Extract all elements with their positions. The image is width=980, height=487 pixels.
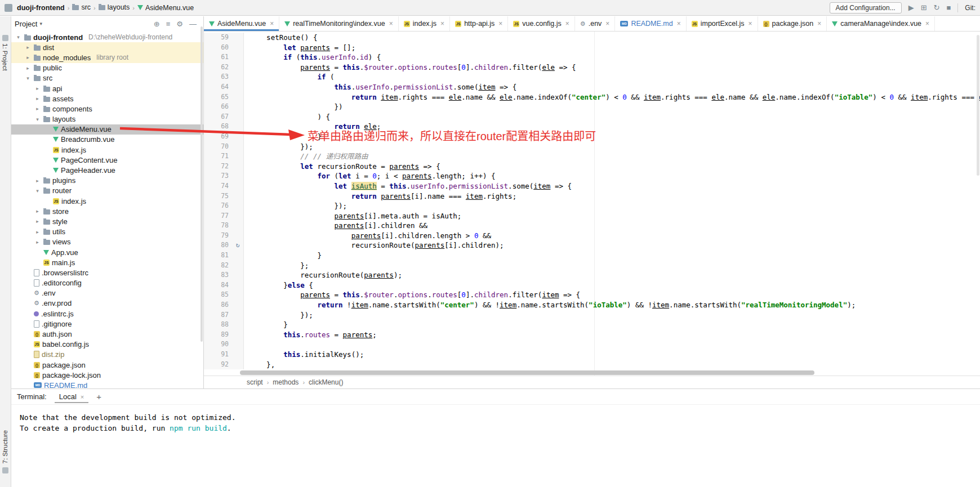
profiler-icon[interactable]: ⊞ — [921, 4, 927, 11]
chevron-closed-icon[interactable]: ▸ — [34, 106, 41, 111]
tree-item-.eslintrc.js[interactable]: .eslintrc.js — [11, 309, 203, 319]
code-line-88[interactable]: 88 } — [204, 320, 980, 330]
code-line-80[interactable]: 80↻ recursionRoute(parents[i].children); — [204, 240, 980, 251]
tree-item-store[interactable]: ▸store — [11, 206, 203, 216]
tool-window-structure-button[interactable]: 7: Structure — [2, 430, 8, 463]
chevron-closed-icon[interactable]: ▸ — [34, 86, 41, 91]
chevron-open-icon[interactable]: ▾ — [34, 188, 41, 194]
tree-item-AsideMenu.vue[interactable]: AsideMenu.vue — [11, 124, 203, 135]
tree-item-api[interactable]: ▸api — [11, 83, 203, 93]
editor-tab-.env[interactable]: ⚙.env× — [575, 16, 616, 31]
code-line-72[interactable]: 72 let recursionRoute = parents => { — [204, 162, 980, 172]
close-icon[interactable]: × — [389, 20, 393, 28]
add-configuration-button[interactable]: Add Configuration... — [830, 2, 902, 14]
tree-item-index.js[interactable]: JSindex.js — [11, 145, 203, 155]
code-line-64[interactable]: 64 this.userInfo.permissionList.some(ite… — [204, 82, 980, 92]
editor-tab-index.js[interactable]: JSindex.js× — [399, 16, 450, 31]
code-line-69[interactable]: 69 } — [204, 132, 980, 142]
hide-icon[interactable]: ― — [189, 20, 197, 28]
close-icon[interactable]: × — [498, 20, 502, 28]
tree-item-package-lock.json[interactable]: {}package-lock.json — [11, 370, 203, 380]
editor-vertical-scrollbar[interactable] — [977, 35, 979, 176]
close-icon[interactable]: × — [749, 20, 752, 28]
editor-tab-http-api.js[interactable]: JShttp-api.js× — [450, 16, 508, 31]
close-icon[interactable]: × — [925, 20, 929, 28]
tree-item-public[interactable]: ▸public — [11, 63, 203, 73]
code-line-90[interactable]: 90 — [204, 339, 980, 350]
tree-item-.editorconfig[interactable]: .editorconfig — [11, 278, 203, 288]
close-icon[interactable]: × — [817, 20, 821, 28]
code-line-66[interactable]: 66 }) — [204, 102, 980, 112]
code-line-70[interactable]: 70 }); — [204, 142, 980, 152]
chevron-closed-icon[interactable]: ▸ — [24, 55, 32, 60]
stop-icon[interactable]: ■ — [946, 4, 951, 11]
code-line-77[interactable]: 77 parents[i].meta.auth = isAuth; — [204, 211, 980, 221]
breadcrumb-item[interactable]: src — [72, 3, 91, 11]
tree-item-dist.zip[interactable]: dist.zip — [11, 350, 203, 360]
code-line-82[interactable]: 82 }; — [204, 261, 980, 271]
code-line-61[interactable]: 61 if (this.userInfo.id) { — [204, 52, 980, 62]
code-line-67[interactable]: 67 ) { — [204, 112, 980, 122]
tree-item-src[interactable]: ▾src — [11, 73, 203, 83]
tree-item-duoji-frontend[interactable]: ▾duoji-frontendD:\zheheWeb\duoji-fronten… — [11, 32, 203, 42]
tree-item-Breadcrumb.vue[interactable]: Breadcrumb.vue — [11, 135, 203, 145]
editor-tab-package.json[interactable]: {}package.json× — [758, 16, 827, 31]
tree-item-plugins[interactable]: ▸plugins — [11, 176, 203, 186]
code-line-89[interactable]: 89 this.routes = parents; — [204, 330, 980, 340]
tree-item-views[interactable]: ▸views — [11, 237, 203, 247]
code-line-63[interactable]: 63 if ( — [204, 72, 980, 82]
chevron-closed-icon[interactable]: ▸ — [24, 44, 32, 50]
locate-icon[interactable]: ⊕ — [154, 20, 160, 28]
horizontal-scrollbar-thumb[interactable] — [240, 370, 814, 375]
code-line-86[interactable]: 86 return !item.name.startsWith("center"… — [204, 300, 980, 310]
editor-tab-importExcel.js[interactable]: JSimportExcel.js× — [687, 16, 758, 31]
tree-item-README.md[interactable]: MDREADME.md — [11, 380, 203, 388]
tree-item-assets[interactable]: ▸assets — [11, 93, 203, 104]
tree-item-main.js[interactable]: JSmain.js — [11, 257, 203, 267]
breadcrumb-item[interactable]: layouts — [99, 3, 130, 11]
tree-item-index.js[interactable]: JSindex.js — [11, 196, 203, 206]
code-line-81[interactable]: 81 } — [204, 251, 980, 261]
close-icon[interactable]: × — [270, 20, 274, 28]
close-icon[interactable]: × — [440, 20, 444, 28]
terminal-tab-local[interactable]: Local × — [55, 390, 89, 403]
code-breadcrumb-item[interactable]: methods — [273, 378, 299, 386]
code-line-87[interactable]: 87 }); — [204, 310, 980, 320]
breadcrumb-item[interactable]: AsideMenu.vue — [137, 4, 194, 12]
tree-item-PageHeader.vue[interactable]: PageHeader.vue — [11, 165, 203, 175]
tree-item-dist[interactable]: ▸dist — [11, 42, 203, 52]
chevron-closed-icon[interactable]: ▸ — [34, 218, 41, 224]
close-icon[interactable]: × — [565, 20, 569, 28]
tree-item-router[interactable]: ▾router — [11, 186, 203, 196]
code-line-60[interactable]: 60 let parents = []; — [204, 43, 980, 53]
close-icon[interactable]: × — [677, 20, 681, 28]
code-line-83[interactable]: 83 recursionRoute(parents); — [204, 270, 980, 280]
code-line-59[interactable]: 59 setRoute() { — [204, 33, 980, 43]
close-icon[interactable]: × — [605, 20, 609, 28]
code-line-62[interactable]: 62 parents = this.$router.options.routes… — [204, 62, 980, 73]
terminal-output[interactable]: Note that the development build is not o… — [11, 405, 980, 434]
code-line-73[interactable]: 73 for (let i = 0; i < parents.length; i… — [204, 171, 980, 181]
code-line-85[interactable]: 85 parents = this.$router.options.routes… — [204, 290, 980, 300]
tree-item-layouts[interactable]: ▾layouts — [11, 114, 203, 124]
tree-item-style[interactable]: ▸style — [11, 216, 203, 226]
run-icon[interactable]: ▶ — [908, 4, 914, 11]
editor-tab-AsideMenu.vue[interactable]: AsideMenu.vue× — [204, 16, 279, 31]
code-line-92[interactable]: 92 }, — [204, 360, 980, 370]
chevron-closed-icon[interactable]: ▸ — [34, 239, 41, 245]
code-line-74[interactable]: 74 let isAuth = this.userInfo.permission… — [204, 181, 980, 191]
chevron-closed-icon[interactable]: ▸ — [34, 96, 41, 101]
tree-item-.env.prod[interactable]: ⚙.env.prod — [11, 298, 203, 309]
chevron-closed-icon[interactable]: ▸ — [34, 208, 41, 214]
code-breadcrumb-item[interactable]: script — [247, 378, 263, 386]
tree-item-auth.json[interactable]: {}auth.json — [11, 329, 203, 339]
tree-item-node_modules[interactable]: ▸node_moduleslibrary root — [11, 52, 203, 62]
code-area[interactable]: 59 setRoute() {60 let parents = [];61 if… — [204, 32, 980, 376]
tree-item-App.vue[interactable]: App.vue — [11, 247, 203, 257]
project-view-selector[interactable]: Project — [15, 20, 37, 28]
settings-icon[interactable]: ⚙ — [176, 20, 183, 28]
code-line-68[interactable]: 68 return ele; — [204, 122, 980, 132]
chevron-closed-icon[interactable]: ▸ — [34, 178, 41, 184]
chevron-open-icon[interactable]: ▾ — [34, 117, 41, 122]
tree-item-.browserslistrc[interactable]: .browserslistrc — [11, 267, 203, 278]
